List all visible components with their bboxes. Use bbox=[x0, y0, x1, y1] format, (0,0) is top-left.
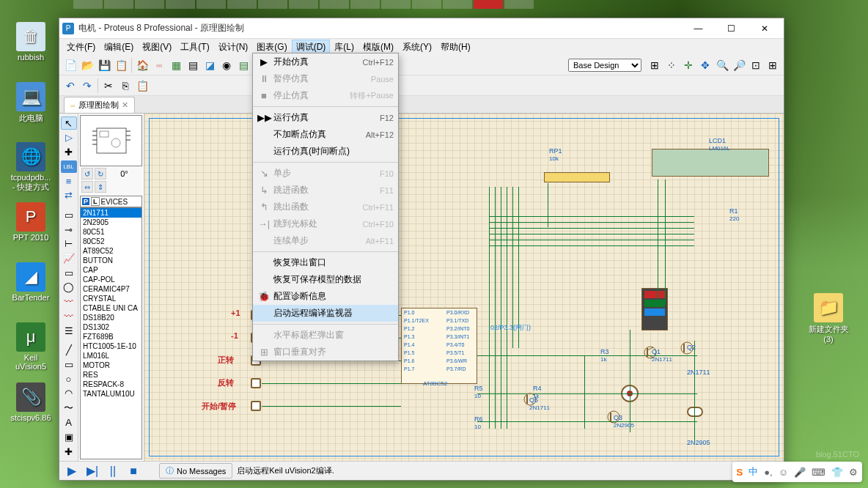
text-tool-icon[interactable]: ≡ bbox=[61, 174, 77, 188]
desktop-icon[interactable]: 📎stcispv6.86 bbox=[9, 382, 53, 422]
undo-icon[interactable]: ↶ bbox=[62, 78, 78, 94]
desktop-icon[interactable]: 📁新建文件夹 (3) bbox=[806, 293, 850, 344]
device-list-item[interactable]: MOTOR bbox=[81, 361, 141, 370]
menu-item[interactable]: 编辑(E) bbox=[100, 40, 138, 55]
dropdown-item[interactable]: ▶▶运行仿真F12 bbox=[253, 109, 398, 126]
close-project-icon[interactable]: 📋 bbox=[113, 57, 129, 73]
tape-tool-icon[interactable]: ▭ bbox=[61, 266, 77, 279]
desktop-icon[interactable]: PPPT 2010 bbox=[9, 202, 53, 242]
save-icon[interactable]: 💾 bbox=[96, 57, 112, 73]
home-icon[interactable]: 🏠 bbox=[134, 57, 150, 73]
zoom-out-icon[interactable]: 🔎 bbox=[731, 57, 747, 73]
open-icon[interactable]: 📂 bbox=[79, 57, 95, 73]
device-list-item[interactable]: DS1302 bbox=[81, 322, 141, 332]
probe-v-tool-icon[interactable]: 〰 bbox=[61, 295, 77, 308]
devices-header[interactable]: PLEVICES bbox=[80, 196, 142, 207]
select-tool-icon[interactable]: ↖ bbox=[61, 117, 77, 130]
maximize-button[interactable]: ☐ bbox=[715, 18, 748, 39]
device-list-item[interactable]: 2N2905 bbox=[81, 218, 141, 227]
device-list-item[interactable]: CAP-POL bbox=[81, 275, 141, 284]
device-list-item[interactable]: CAP bbox=[81, 265, 141, 275]
rotate-ccw-icon[interactable]: ↺ bbox=[81, 168, 93, 180]
terminal-tool-icon[interactable]: ⊸ bbox=[61, 223, 77, 236]
design-combo[interactable]: Base Design bbox=[568, 59, 641, 72]
dropdown-item[interactable]: ▶开始仿真Ctrl+F12 bbox=[253, 53, 398, 70]
close-button[interactable]: ✕ bbox=[748, 18, 781, 39]
3d-icon[interactable]: ◪ bbox=[202, 57, 218, 73]
sim-stop-icon[interactable]: ■ bbox=[124, 463, 143, 479]
menu-item[interactable]: 视图(V) bbox=[138, 40, 176, 55]
origin-icon[interactable]: ✛ bbox=[680, 57, 696, 73]
marker-tool-icon[interactable]: ✚ bbox=[61, 445, 77, 458]
desktop-icon[interactable]: 🌐tcpudpdb... - 快捷方式 bbox=[9, 142, 53, 193]
dropdown-item[interactable]: 不加断点仿真Alt+F12 bbox=[253, 126, 398, 143]
menu-item[interactable]: 工具(T) bbox=[176, 40, 213, 55]
copy-icon[interactable]: ⎘ bbox=[117, 78, 133, 94]
desktop-icon[interactable]: ◢BarTender bbox=[9, 262, 53, 302]
cut-icon[interactable]: ✂ bbox=[100, 78, 117, 94]
menu-item[interactable]: 帮助(H) bbox=[436, 40, 475, 55]
pcb-icon[interactable]: ▦ bbox=[168, 57, 184, 73]
gerber-icon[interactable]: ◉ bbox=[218, 57, 235, 73]
instrument-tool-icon[interactable]: ☰ bbox=[61, 324, 77, 337]
new-icon[interactable]: 📄 bbox=[62, 57, 78, 73]
messages-indicator[interactable]: ⓘ No Messages bbox=[159, 463, 232, 478]
probe-i-tool-icon[interactable]: 〰 bbox=[61, 310, 77, 323]
text2-tool-icon[interactable]: A bbox=[61, 416, 77, 429]
sim-pause-icon[interactable]: || bbox=[103, 463, 122, 479]
schematic-canvas[interactable]: 02/P3.3(闸门) +1-1正转反转开始/暂停RP110kLCD1LM016… bbox=[144, 114, 784, 461]
device-list-item[interactable]: LM016L bbox=[81, 351, 141, 361]
rotate-cw-icon[interactable]: ↻ bbox=[95, 168, 106, 180]
menu-item[interactable]: 设计(N) bbox=[214, 40, 253, 55]
desktop-icon[interactable]: 💻此电脑 bbox=[9, 82, 53, 124]
label-tool-icon[interactable]: LBL bbox=[61, 160, 77, 174]
desktop-icon[interactable]: 🗑rubbish bbox=[9, 22, 53, 62]
mirror-v-icon[interactable]: ⇕ bbox=[95, 181, 106, 193]
minimize-button[interactable]: — bbox=[682, 18, 715, 39]
device-list-item[interactable]: BUTTON bbox=[81, 256, 141, 265]
pan-icon[interactable]: ✥ bbox=[697, 57, 713, 73]
device-list-item[interactable]: TANTALUM10U bbox=[81, 389, 141, 399]
pin-tool-icon[interactable]: ⊢ bbox=[61, 237, 77, 251]
junction-tool-icon[interactable]: ✚ bbox=[61, 146, 77, 159]
generator-tool-icon[interactable]: ◯ bbox=[61, 281, 77, 294]
dropdown-item[interactable]: 启动远程编译监视器 bbox=[253, 305, 398, 322]
grid-snap-icon[interactable]: ⊞ bbox=[647, 57, 663, 73]
device-list-item[interactable]: 80C52 bbox=[81, 237, 141, 246]
arc-tool-icon[interactable]: ◠ bbox=[61, 387, 77, 400]
line-tool-icon[interactable]: ╱ bbox=[61, 344, 77, 357]
device-list-item[interactable]: HTC1005-1E-10 bbox=[81, 341, 141, 351]
desktop-icon[interactable]: μKeil uVision5 bbox=[9, 322, 53, 371]
bom-icon[interactable]: ▤ bbox=[235, 57, 251, 73]
mirror-h-icon[interactable]: ⇔ bbox=[81, 181, 93, 193]
paste-icon[interactable]: 📋 bbox=[134, 78, 150, 94]
subcircuit-tool-icon[interactable]: ▭ bbox=[61, 209, 77, 222]
device-list-item[interactable]: AT89C52 bbox=[81, 246, 141, 256]
device-list-item[interactable]: RES bbox=[81, 370, 141, 380]
device-list-item[interactable]: 80C51 bbox=[81, 227, 141, 237]
device-list-item[interactable]: CERAMIC4P7 bbox=[81, 284, 141, 294]
circle-tool-icon[interactable]: ○ bbox=[61, 372, 77, 385]
debug-menu-dropdown[interactable]: ▶开始仿真Ctrl+F12⏸暂停仿真Pause■停止仿真转移+Pause▶▶运行… bbox=[252, 53, 399, 361]
graph-tool-icon[interactable]: 📈 bbox=[61, 252, 77, 265]
path-tool-icon[interactable]: 〜 bbox=[61, 402, 77, 415]
chip-icon[interactable]: ▤ bbox=[185, 57, 201, 73]
device-list[interactable]: 2N17112N290580C5180C52AT89C52BUTTONCAPCA… bbox=[80, 207, 142, 459]
component-tool-icon[interactable]: ▷ bbox=[61, 131, 77, 144]
bus-tool-icon[interactable]: ⇄ bbox=[61, 189, 77, 202]
grid-dots-icon[interactable]: ⁘ bbox=[663, 57, 680, 73]
tab-schematic[interactable]: ⎓ 原理图绘制 ✕ bbox=[64, 97, 135, 113]
device-list-item[interactable]: CTABLE UNI CA bbox=[81, 303, 141, 313]
tab-close-icon[interactable]: ✕ bbox=[122, 100, 128, 110]
redo-icon[interactable]: ↷ bbox=[79, 78, 95, 94]
zoom-fit-icon[interactable]: ⊡ bbox=[748, 57, 764, 73]
schematic-icon[interactable]: ⎓ bbox=[151, 57, 167, 73]
dropdown-item[interactable]: 运行仿真(时间断点) bbox=[253, 143, 398, 160]
sim-play-icon[interactable]: ▶ bbox=[62, 463, 81, 479]
zoom-in-icon[interactable]: 🔍 bbox=[714, 57, 730, 73]
device-list-item[interactable]: RESPACK-8 bbox=[81, 380, 141, 389]
device-list-item[interactable]: FZT689B bbox=[81, 332, 141, 341]
rect-tool-icon[interactable]: ▭ bbox=[61, 358, 77, 371]
menu-item[interactable]: 文件(F) bbox=[62, 40, 100, 55]
zoom-area-icon[interactable]: ⊞ bbox=[765, 57, 781, 73]
